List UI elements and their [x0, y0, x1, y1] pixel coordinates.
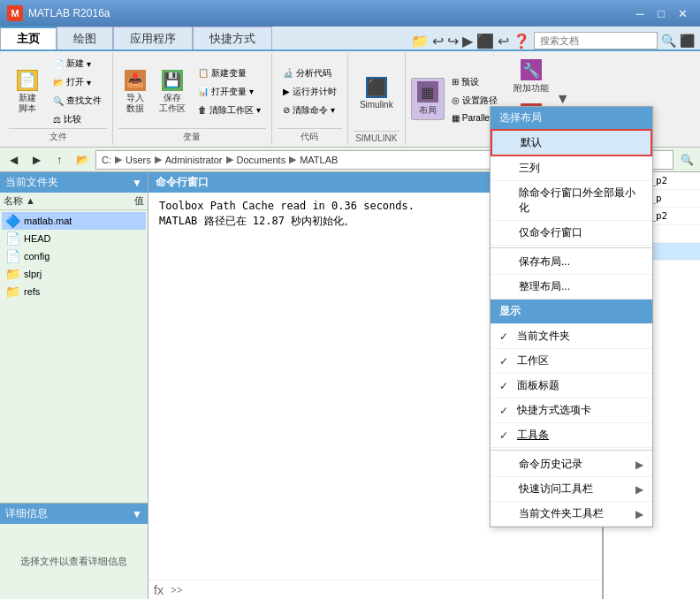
cmd-input[interactable]: [182, 582, 597, 598]
column-name: 名称 ▲: [4, 194, 35, 208]
folder-toolbar-item[interactable]: 当前文件夹工具栏 ▶: [491, 502, 652, 527]
fx-icon: fx: [154, 583, 164, 597]
three-col-label: 三列: [519, 161, 540, 176]
up-button[interactable]: ↑: [49, 150, 69, 170]
list-item[interactable]: 🔷 matlab.mat: [2, 212, 146, 230]
file-icon-refs: 📁: [5, 284, 20, 299]
toolbar-show-label: 工具条: [517, 428, 549, 443]
simulink-button[interactable]: ⬛ Simulink: [354, 73, 399, 113]
back-button[interactable]: ◀: [4, 150, 23, 170]
current-folder-header: 当前文件夹 ▼: [0, 172, 148, 193]
new-script-label: 新建脚本: [19, 93, 36, 114]
detail-content: 选择文件以查看详细信息: [0, 524, 148, 599]
close-button[interactable]: ✕: [672, 4, 693, 22]
file-name-config: config: [24, 251, 49, 262]
list-item[interactable]: 📁 slprj: [2, 265, 146, 283]
import-button[interactable]: 📥 导入数据: [118, 66, 152, 118]
new-var-button[interactable]: 📋新建变量: [193, 64, 266, 82]
clear-workspace-button[interactable]: 🗑清除工作区 ▾: [193, 102, 266, 119]
addons-button[interactable]: 🔧 附加功能: [508, 56, 554, 98]
left-panel: 当前文件夹 ▼ 名称 ▲ 值 🔷 matlab.mat 📄 HEAD 📄 con…: [0, 172, 148, 599]
dropdown-item-three-col[interactable]: 三列: [491, 156, 652, 181]
open-var-icon: 📊: [198, 87, 209, 96]
app-icon: M: [7, 5, 23, 21]
toolbar-icon-6[interactable]: ↩: [498, 33, 509, 49]
expand-icon[interactable]: ⬛: [680, 34, 695, 48]
file-name-refs: refs: [24, 286, 40, 297]
path-part-matlab: MATLAB: [300, 155, 338, 165]
app-title: MATLAB R2016a: [28, 7, 629, 19]
toolbar-icon-7[interactable]: ❓: [513, 33, 530, 49]
default-label: 默认: [521, 135, 542, 150]
run-time-button[interactable]: ▶运行并计时: [278, 83, 342, 101]
import-icon: 📥: [125, 70, 146, 91]
tab-plot[interactable]: 绘图: [57, 27, 113, 49]
dropdown-show-section: 显示: [491, 300, 652, 324]
save-button[interactable]: 💾 保存工作区: [154, 66, 191, 118]
history-item[interactable]: 命令历史记录 ▶: [491, 452, 652, 477]
minimize-button[interactable]: ─: [629, 4, 651, 22]
cmd-only-label: 仅命令行窗口: [519, 225, 582, 240]
quick-access-item[interactable]: 快速访问工具栏 ▶: [491, 477, 652, 502]
dropdown-item-minimize-outside[interactable]: 除命令行窗口外全部最小化: [491, 181, 652, 221]
folder-header-arrow[interactable]: ▼: [132, 177, 142, 189]
list-item[interactable]: 📄 HEAD: [2, 230, 146, 247]
forward-button[interactable]: ▶: [27, 150, 46, 170]
open-button[interactable]: 📂打开▾: [48, 73, 107, 91]
cmd-prompt: fx >>: [148, 580, 602, 599]
toolbar-icon-3[interactable]: ↪: [447, 33, 459, 49]
code-buttons: 🔬分析代码 ▶运行并计时 ⊘清除命令 ▾: [278, 55, 342, 128]
show-toolbar[interactable]: ✓ 工具条: [491, 423, 652, 448]
show-workspace[interactable]: ✓ 工作区: [491, 349, 652, 374]
toolbar-icons: 📁 ↩ ↪ ▶ ⬛ ↩ ❓ 🔍 ⬛: [411, 32, 700, 49]
search-icon[interactable]: 🔍: [661, 34, 676, 48]
current-folder-show-label: 当前文件夹: [517, 329, 570, 344]
path-part-documents: Documents: [237, 155, 286, 165]
tab-home[interactable]: 主页: [0, 27, 57, 49]
compare-button[interactable]: ⚖比较: [48, 110, 107, 128]
compare-icon: ⚖: [53, 115, 61, 125]
list-item[interactable]: 📄 config: [2, 247, 146, 265]
layout-button[interactable]: ▦ 布局: [411, 78, 445, 120]
tab-apps[interactable]: 应用程序: [113, 27, 193, 49]
refresh-button[interactable]: 🔍: [677, 150, 696, 170]
new-script-icon: 📄: [17, 70, 38, 91]
new-button[interactable]: 📄新建▾: [48, 55, 107, 72]
maximize-button[interactable]: □: [651, 4, 672, 22]
dropdown-item-cmd-only[interactable]: 仅命令行窗口: [491, 221, 652, 246]
cmd-title: 命令行窗口: [156, 176, 209, 188]
new-var-icon: 📋: [198, 68, 209, 78]
detail-arrow[interactable]: ▼: [132, 508, 142, 520]
file-group-label: 文件: [9, 128, 107, 143]
open-var-button[interactable]: 📊打开变量 ▾: [193, 83, 266, 101]
toolbar-icon-4[interactable]: ▶: [462, 33, 473, 49]
folder-toolbar-label: 当前文件夹工具栏: [519, 506, 604, 521]
expand-ribbon-icon[interactable]: ▼: [556, 91, 570, 107]
toolbar-icon-2[interactable]: ↩: [432, 33, 444, 49]
show-current-folder[interactable]: ✓ 当前文件夹: [491, 324, 652, 349]
ribbon-group-simulink: ⬛ Simulink SIMULINK: [348, 53, 406, 145]
show-shortcuts-tab[interactable]: ✓ 快捷方式选项卡: [491, 398, 652, 423]
detail-label: 详细信息: [5, 506, 48, 521]
preset-button[interactable]: ⊞预设: [446, 73, 503, 91]
toolbar-icon-5[interactable]: ⬛: [476, 33, 494, 49]
list-item[interactable]: 📁 refs: [2, 283, 146, 300]
analyze-button[interactable]: 🔬分析代码: [278, 64, 342, 82]
dropdown-item-default[interactable]: 默认: [491, 129, 652, 156]
quick-access-label: 快速访问工具栏: [519, 481, 593, 497]
manage-layout-item[interactable]: 整理布局...: [491, 275, 652, 300]
path-icon: ◎: [452, 95, 460, 105]
save-layout-item[interactable]: 保存布局...: [491, 250, 652, 275]
file-icon-mat: 🔷: [5, 214, 20, 228]
tab-shortcuts[interactable]: 快捷方式: [193, 27, 272, 49]
analyze-icon: 🔬: [283, 68, 293, 78]
new-script-button[interactable]: 📄 新建脚本: [9, 66, 46, 118]
clear-cmd-button[interactable]: ⊘清除命令 ▾: [278, 102, 342, 119]
dropdown-divider-1: [491, 247, 652, 248]
search-input[interactable]: [534, 32, 658, 49]
find-button[interactable]: 🔍查找文件: [48, 92, 107, 110]
toolbar-icon-1[interactable]: 📁: [411, 33, 429, 49]
check-panel-title: ✓: [499, 380, 512, 392]
show-panel-title[interactable]: ✓ 面板标题: [491, 374, 652, 398]
browse-button[interactable]: 📂: [72, 150, 92, 170]
